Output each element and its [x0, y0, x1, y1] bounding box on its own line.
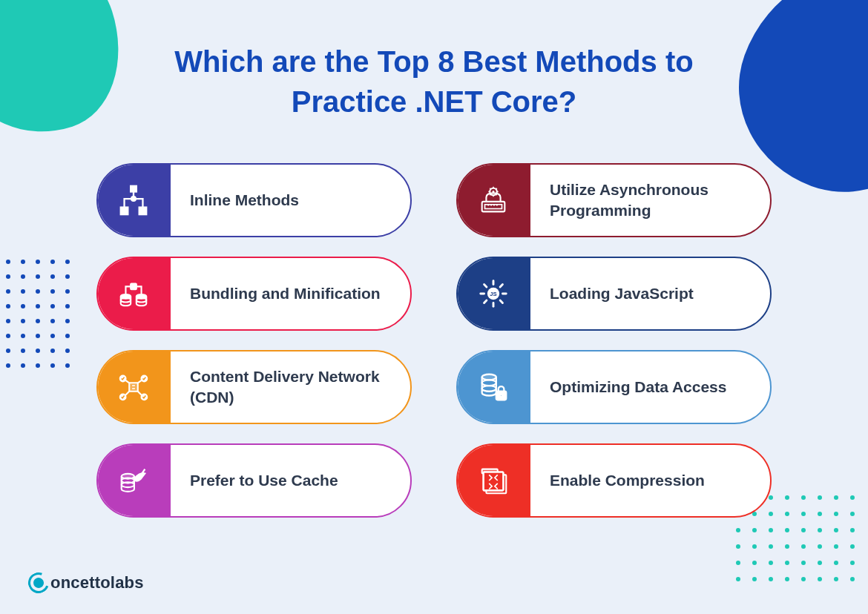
svg-point-7 [492, 191, 494, 193]
cache-hand-icon [96, 443, 171, 518]
typewriter-gear-icon [456, 163, 530, 237]
method-label: Bundling and Minification [171, 283, 403, 304]
svg-point-3 [131, 197, 136, 201]
nodes-icon [96, 163, 171, 237]
databases-link-icon [96, 257, 171, 331]
method-card: Inline Methods [96, 163, 412, 237]
methods-grid: Inline Methods Utilize Asynchronous Prog… [96, 163, 772, 518]
svg-point-27 [122, 482, 134, 487]
svg-rect-12 [131, 284, 137, 290]
page-title: Which are the Top 8 Best Methods to Prac… [0, 42, 868, 122]
method-label: Prefer to Use Cache [171, 470, 361, 491]
logo-c-icon [24, 569, 52, 596]
brand-logo: oncettolabs [28, 572, 144, 593]
method-label: Enable Compression [530, 470, 727, 491]
svg-point-9 [121, 298, 131, 303]
method-card: Optimizing Data Access [456, 350, 772, 424]
js-loading-icon: JS [456, 257, 530, 331]
svg-rect-30 [484, 472, 504, 491]
method-card: Enable Compression [456, 443, 772, 518]
method-card: Utilize Asynchronous Programming [456, 163, 772, 237]
svg-point-24 [500, 395, 502, 397]
svg-rect-15 [129, 383, 138, 392]
method-card: JS Loading JavaScript [456, 257, 772, 331]
method-card: Content Delivery Network (CDN) [96, 350, 412, 424]
svg-rect-2 [139, 208, 147, 215]
svg-rect-0 [131, 186, 137, 192]
method-label: Optimizing Data Access [530, 377, 749, 397]
brand-text: oncettolabs [50, 573, 144, 592]
svg-point-22 [482, 386, 496, 392]
compress-files-icon [456, 443, 530, 518]
decoration-dots-left [6, 260, 73, 371]
method-label: Utilize Asynchronous Programming [530, 179, 770, 222]
svg-text:JS: JS [490, 291, 496, 297]
method-label: Content Delivery Network (CDN) [171, 366, 410, 409]
method-label: Loading JavaScript [530, 283, 716, 304]
cdn-network-icon [96, 350, 171, 424]
svg-rect-1 [121, 208, 128, 215]
method-card: Prefer to Use Cache [96, 443, 412, 518]
method-card: Bundling and Minification [96, 257, 412, 331]
svg-point-11 [137, 298, 146, 303]
database-lock-icon [456, 350, 530, 424]
method-label: Inline Methods [171, 190, 321, 211]
